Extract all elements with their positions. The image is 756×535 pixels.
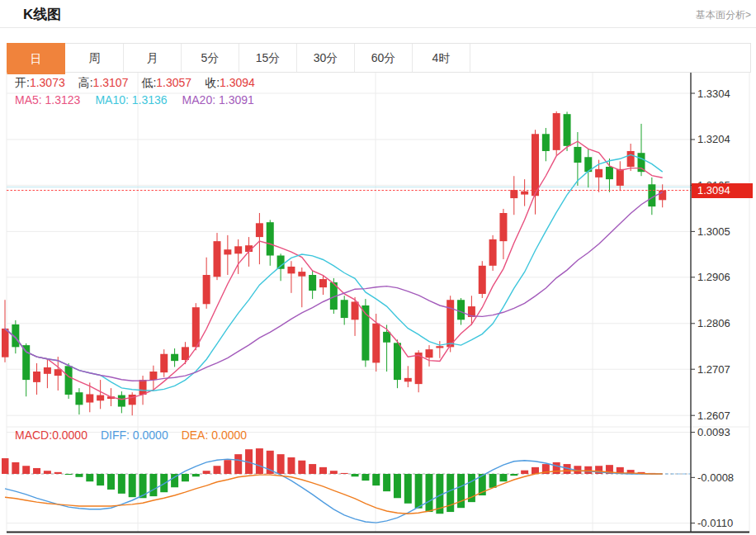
candle-body — [287, 267, 295, 273]
interval-tab-bar: 日周月5分15分30分60分4时 — [7, 43, 751, 73]
price-axis: 1.33041.32041.31051.30051.29061.28061.27… — [7, 73, 734, 533]
macd-value: MACD:0.0000 — [15, 428, 87, 442]
macd-axis-label: -0.0008 — [697, 471, 734, 484]
macd-hist-bar — [2, 458, 9, 474]
candle-body — [542, 134, 550, 151]
candle-body — [139, 380, 147, 395]
price-axis-label: 1.3204 — [697, 133, 730, 145]
page-title: K线图 — [23, 5, 61, 24]
candle-body — [160, 354, 168, 372]
open-label: 开: — [15, 76, 30, 89]
ma-readout: MA5: 1.3123MA10: 1.3136MA20: 1.3091 — [15, 93, 254, 107]
macd-hist-bar — [149, 474, 157, 496]
tab-60分[interactable]: 60分 — [355, 44, 413, 72]
candle-body — [510, 190, 517, 198]
candle-body — [553, 113, 560, 150]
macd-hist-bar — [214, 466, 221, 474]
high-value: 1.3107 — [93, 76, 129, 89]
candle-body — [256, 223, 263, 237]
candle-body — [309, 275, 316, 291]
candle-body — [65, 366, 73, 395]
candle-body — [75, 392, 83, 405]
candle-body — [627, 151, 635, 167]
macd-hist-bar — [584, 466, 592, 474]
candle-body — [574, 147, 581, 163]
tab-日[interactable]: 日 — [7, 43, 65, 74]
candle-body — [617, 169, 624, 186]
macd-hist-bar — [107, 474, 115, 490]
macd-hist-bar — [330, 471, 338, 474]
tab-周[interactable]: 周 — [66, 44, 124, 72]
low-label: 低: — [141, 76, 156, 89]
candle-body — [214, 241, 221, 277]
macd-hist-bar — [33, 468, 40, 474]
candle-body — [479, 266, 486, 294]
macd-hist-bar — [12, 462, 19, 474]
macd-hist-bar — [287, 457, 295, 474]
tab-4时[interactable]: 4时 — [413, 44, 470, 72]
candle-body — [394, 343, 401, 380]
candle-body — [171, 354, 178, 361]
price-axis-label: 1.2906 — [697, 271, 730, 283]
candle-body — [606, 167, 613, 179]
kline-page: K线图 基本面分析> 日周月5分15分30分60分4时 1.33041.3204… — [0, 0, 756, 535]
tab-月[interactable]: 月 — [124, 44, 182, 72]
macd-hist-bar — [404, 474, 412, 504]
tab-5分[interactable]: 5分 — [182, 44, 239, 72]
candle-body — [341, 300, 348, 318]
macd-hist-bar — [192, 474, 200, 476]
candle-body — [499, 213, 507, 241]
price-axis-label: 1.3304 — [697, 88, 730, 100]
macd-hist-bar — [319, 467, 327, 474]
kline-chart-canvas[interactable]: 1.33041.32041.31051.30051.29061.28061.27… — [2, 73, 751, 534]
candle-body — [298, 272, 305, 277]
gridlines — [7, 73, 749, 533]
macd-hist-bar — [457, 474, 465, 508]
fundamental-analysis-link[interactable]: 基本面分析> — [696, 8, 751, 22]
ohlc-readout: 开:1.3073高:1.3107低:1.3057收:1.3094 — [15, 76, 268, 91]
macd-hist-bar — [65, 474, 73, 475]
macd-hist-bar — [415, 474, 423, 509]
price-axis-label: 1.2607 — [697, 410, 730, 422]
macd-hist-bar — [256, 448, 263, 474]
candle-body — [118, 395, 125, 407]
candle-body — [532, 134, 539, 196]
macd-hist-bar — [372, 474, 380, 485]
tab-30分[interactable]: 30分 — [297, 44, 355, 72]
macd-hist-bar — [75, 474, 83, 477]
macd-hist-bar — [553, 462, 560, 474]
macd-hist-bar — [224, 460, 231, 474]
candle-body — [319, 279, 327, 287]
macd-axis-label: -0.0110 — [697, 517, 733, 529]
macd-hist-bar — [499, 474, 507, 481]
macd-hist-bar — [489, 474, 497, 488]
candle-body — [415, 353, 423, 384]
macd-hist-bar — [54, 472, 62, 474]
candle-body — [489, 239, 497, 266]
candle-body — [267, 222, 274, 255]
macd-hist-bar — [234, 454, 242, 474]
candle-body — [659, 191, 666, 201]
candle-body — [149, 372, 157, 380]
macd-axis-label: 0.0093 — [697, 426, 730, 438]
price-axis-label: 1.2806 — [697, 317, 730, 329]
candle-body — [457, 300, 465, 320]
macd-hist-bar — [118, 474, 125, 494]
candle-body — [224, 249, 231, 254]
candle-body — [648, 184, 655, 206]
macd-hist-bar — [22, 466, 30, 474]
macd-hist-bar — [86, 474, 93, 481]
macd-hist-bar — [277, 454, 285, 474]
candle-body — [33, 372, 40, 382]
macd-hist-bar — [521, 471, 528, 474]
macd-hist-bar — [361, 474, 369, 481]
candle-body — [521, 192, 528, 195]
candle-body — [595, 169, 602, 178]
candle-body — [234, 246, 242, 253]
macd-hist-bar — [383, 474, 390, 491]
tab-15分[interactable]: 15分 — [239, 44, 297, 72]
last-price-badge: 1.3094 — [692, 183, 753, 198]
ma-lines — [5, 141, 663, 400]
diff-value: DIFF: 0.0000 — [101, 428, 168, 442]
ma5-readout: MA5: 1.3123 — [15, 93, 80, 107]
